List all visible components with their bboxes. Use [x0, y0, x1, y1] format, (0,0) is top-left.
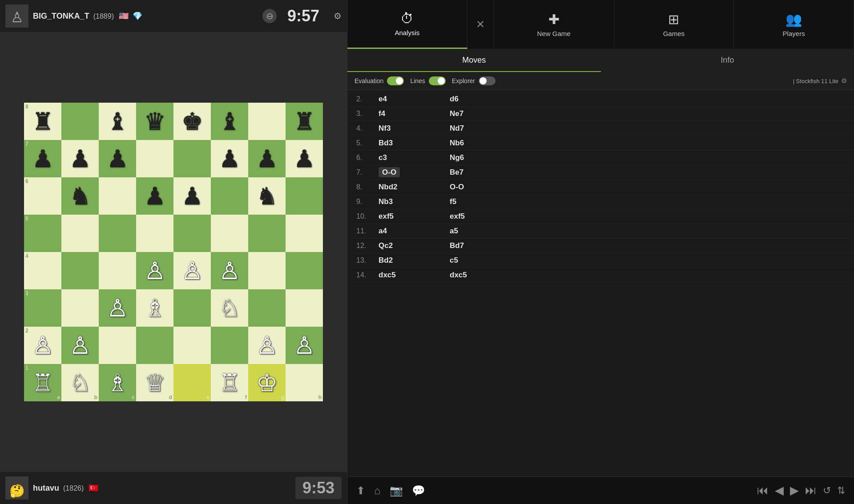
camera-icon[interactable]: 📷	[390, 484, 403, 497]
square-c2[interactable]	[99, 327, 136, 364]
first-move-btn[interactable]: ⏮	[757, 484, 769, 497]
square-g2[interactable]: ♙	[248, 327, 286, 364]
square-d1[interactable]: d♕	[136, 364, 173, 401]
square-c7[interactable]: ♟	[99, 140, 136, 177]
square-h4[interactable]	[286, 252, 323, 289]
nav-close-btn[interactable]: ✕	[467, 0, 494, 49]
black-move[interactable]: O-O	[450, 183, 521, 192]
square-f4[interactable]: ♙	[211, 252, 248, 289]
square-d6[interactable]: ♟	[136, 177, 173, 215]
square-d7[interactable]	[136, 140, 173, 177]
black-move[interactable]: Be7	[450, 168, 521, 177]
square-c8[interactable]: ♝	[99, 103, 136, 140]
square-h3[interactable]	[286, 289, 323, 327]
tab-info[interactable]: Info	[601, 49, 854, 72]
square-h7[interactable]: ♟	[286, 140, 323, 177]
white-move[interactable]: Nb3	[379, 197, 450, 206]
white-move[interactable]: exf5	[379, 212, 450, 221]
square-d3[interactable]: ♗	[136, 289, 173, 327]
square-b5[interactable]	[61, 215, 99, 252]
home-icon[interactable]: ⌂	[374, 484, 381, 497]
white-move[interactable]: a4	[379, 227, 450, 236]
square-c5[interactable]	[99, 215, 136, 252]
square-a4[interactable]: 4	[24, 252, 61, 289]
white-move[interactable]: Nf3	[379, 124, 450, 133]
square-c1[interactable]: c♗	[99, 364, 136, 401]
black-move[interactable]: f5	[450, 197, 521, 206]
black-move[interactable]: Bd7	[450, 241, 521, 250]
square-h8[interactable]: ♜	[286, 103, 323, 140]
moves-list[interactable]: 2.e4d63.f4Ne74.Nf3Nd75.Bd3Nb66.c3Ng67.O-…	[347, 90, 854, 476]
black-move[interactable]: dxc5	[450, 271, 521, 280]
square-b1[interactable]: b♘	[61, 364, 99, 401]
square-b8[interactable]	[61, 103, 99, 140]
square-f3[interactable]: ♘	[211, 289, 248, 327]
refresh-btn[interactable]: ↺	[823, 485, 831, 496]
square-g1[interactable]: g♔	[248, 364, 286, 401]
white-move[interactable]: Nbd2	[379, 183, 450, 192]
tab-moves[interactable]: Moves	[347, 49, 601, 72]
white-move[interactable]: Bd3	[379, 139, 450, 148]
square-f5[interactable]	[211, 215, 248, 252]
nav-new-game[interactable]: ✚ New Game	[494, 0, 614, 49]
square-h1[interactable]: h	[286, 364, 323, 401]
square-e6[interactable]: ♟	[173, 177, 211, 215]
black-move[interactable]: Ne7	[450, 109, 521, 118]
square-b3[interactable]	[61, 289, 99, 327]
timer-minus-btn[interactable]: ⊖	[262, 9, 277, 23]
square-f2[interactable]	[211, 327, 248, 364]
prev-move-btn[interactable]: ◀	[775, 484, 784, 497]
square-b7[interactable]: ♟	[61, 140, 99, 177]
square-a1[interactable]: 1a♖	[24, 364, 61, 401]
square-c6[interactable]	[99, 177, 136, 215]
square-g4[interactable]	[248, 252, 286, 289]
stockfish-settings-btn[interactable]: ⚙	[841, 77, 847, 85]
square-b2[interactable]: ♙	[61, 327, 99, 364]
square-h6[interactable]	[286, 177, 323, 215]
square-f7[interactable]: ♟	[211, 140, 248, 177]
black-move[interactable]: Nb6	[450, 139, 521, 148]
black-move[interactable]: Ng6	[450, 153, 521, 162]
square-e3[interactable]	[173, 289, 211, 327]
square-d8[interactable]: ♛	[136, 103, 173, 140]
square-g5[interactable]	[248, 215, 286, 252]
square-c3[interactable]: ♙	[99, 289, 136, 327]
square-e2[interactable]	[173, 327, 211, 364]
black-move[interactable]: Nd7	[450, 124, 521, 133]
square-e7[interactable]	[173, 140, 211, 177]
white-move[interactable]: e4	[379, 95, 450, 104]
square-d5[interactable]	[136, 215, 173, 252]
square-a2[interactable]: 2♙	[24, 327, 61, 364]
square-e8[interactable]: ♚	[173, 103, 211, 140]
white-move[interactable]: dxc5	[379, 271, 450, 280]
white-move[interactable]: c3	[379, 153, 450, 162]
nav-players[interactable]: 👥 Players	[734, 0, 854, 49]
white-move[interactable]: O-O	[379, 168, 450, 177]
white-move[interactable]: f4	[379, 109, 450, 118]
explorer-toggle[interactable]	[479, 76, 495, 85]
black-move[interactable]: exf5	[450, 212, 521, 221]
square-g3[interactable]	[248, 289, 286, 327]
square-d2[interactable]	[136, 327, 173, 364]
square-a8[interactable]: 8♜	[24, 103, 61, 140]
square-h2[interactable]: ♙	[286, 327, 323, 364]
chessboard[interactable]: 8♜♝♛♚♝♜7♟♟♟♟♟♟6♞♟♟♞54♙♙♙3♙♗♘2♙♙♙♙1a♖b♘c♗…	[24, 103, 323, 401]
square-g6[interactable]: ♞	[248, 177, 286, 215]
square-b6[interactable]: ♞	[61, 177, 99, 215]
lines-toggle[interactable]	[429, 76, 446, 85]
square-e5[interactable]	[173, 215, 211, 252]
square-e1[interactable]: e	[173, 364, 211, 401]
square-e4[interactable]: ♙	[173, 252, 211, 289]
square-g8[interactable]	[248, 103, 286, 140]
nav-analysis[interactable]: ⏱ Analysis	[347, 0, 467, 49]
black-move[interactable]: c5	[450, 256, 521, 265]
square-b4[interactable]	[61, 252, 99, 289]
black-move[interactable]: d6	[450, 95, 521, 104]
settings-gear-btn[interactable]: ⚙	[334, 11, 342, 21]
square-g7[interactable]: ♟	[248, 140, 286, 177]
flip-board-btn[interactable]: ⇅	[837, 485, 845, 496]
next-move-btn[interactable]: ▶	[790, 484, 799, 497]
square-a3[interactable]: 3	[24, 289, 61, 327]
square-h5[interactable]	[286, 215, 323, 252]
nav-games[interactable]: ⊞ Games	[614, 0, 734, 49]
